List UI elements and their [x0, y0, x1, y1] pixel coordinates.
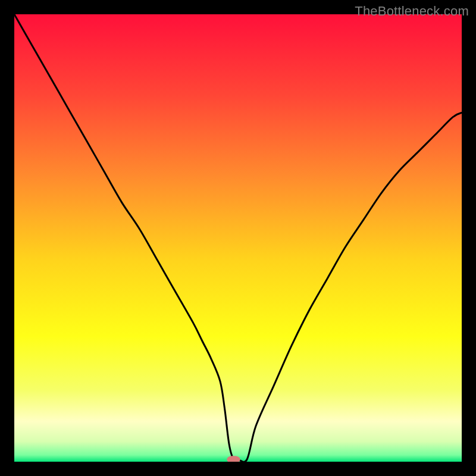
bottleneck-chart-svg: [14, 14, 462, 462]
gradient-background: [14, 14, 462, 462]
plot-area: [14, 14, 462, 462]
watermark-text: TheBottleneck.com: [355, 4, 469, 19]
chart-container: TheBottleneck.com: [0, 0, 476, 476]
optimum-marker: [227, 456, 240, 462]
